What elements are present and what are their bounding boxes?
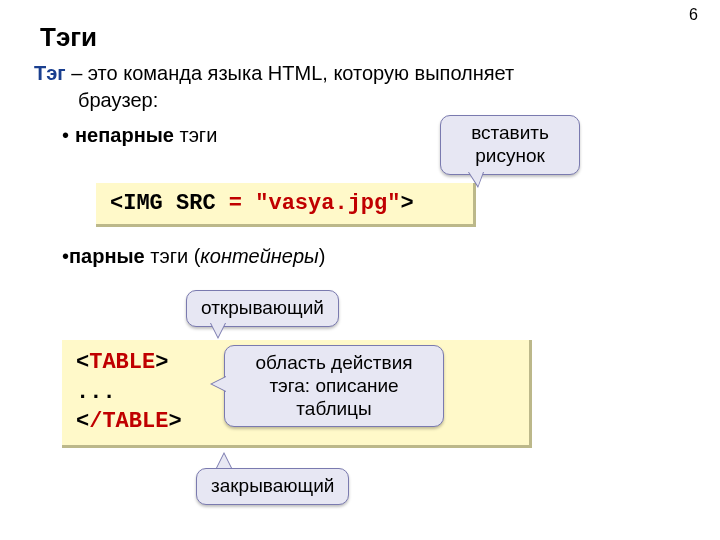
definition-line1: Тэг – это команда языка HTML, которую вы… [34,60,686,87]
callout-insert-l2: рисунок [455,145,565,168]
code1-open: <IMG SRC [110,191,216,216]
bullet1-rest: тэги [174,124,217,146]
callout-tail-icon [216,452,232,468]
callout-closing: закрывающий [196,468,349,505]
callout-insert-l1: вставить [455,122,565,145]
callout-opening: открывающий [186,290,339,327]
callout-tail-icon [210,376,226,392]
callout-scope-l3: таблицы [239,398,429,421]
code1-attr-red: = "vasya.jpg" [216,191,401,216]
slide-title: Тэги [40,22,97,53]
c2-l1a: < [76,350,89,375]
term: Тэг [34,62,66,84]
callout-scope-l1: область действия [239,352,429,375]
c2-l1red: TABLE [89,350,155,375]
page-number: 6 [689,6,698,24]
bullet2-bold: парные [69,245,145,267]
bullet-dot-icon: • [62,245,69,267]
bullet1-bold: непарные [75,124,174,146]
definition-text: – это команда языка HTML, которую выполн… [66,62,515,84]
definition-line2: браузер: [78,87,686,114]
bullet-paired: •парные тэги (контейнеры) [62,245,325,268]
callout-scope: область действия тэга: описание таблицы [224,345,444,427]
callout-scope-l2: тэга: описание [239,375,429,398]
bullet2-rest2: ) [319,245,326,267]
callout-opening-text: открывающий [201,297,324,318]
c2-l2: ... [76,380,116,405]
bullet2-ital: контейнеры [200,245,318,267]
c2-l3red: TABLE [102,409,168,434]
c2-l3b: > [168,409,181,434]
code1-close: > [400,191,413,216]
body-text: Тэг – это команда языка HTML, которую вы… [34,60,686,149]
c2-l3a: < [76,409,89,434]
bullet-unpaired: •непарные тэги [62,122,686,149]
bullet2-rest: тэги ( [145,245,201,267]
callout-insert-picture: вставить рисунок [440,115,580,175]
c2-l1b: > [155,350,168,375]
callout-tail-icon [210,323,226,339]
bullet-dot-icon: • [62,124,69,146]
code-block-img: <IMG SRC = "vasya.jpg"> [96,183,476,227]
callout-tail-icon [468,172,484,188]
c2-l3slash: / [89,409,102,434]
callout-closing-text: закрывающий [211,475,334,496]
